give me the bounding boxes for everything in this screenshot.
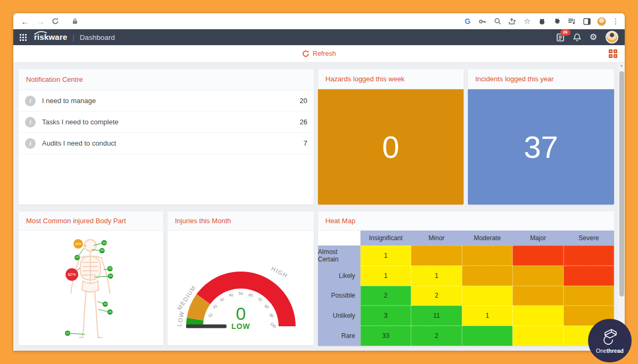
gauge-tick-label: 20 bbox=[212, 303, 217, 310]
incidents-card: Incidents logged this year 37 bbox=[468, 69, 614, 205]
browser-menu-icon[interactable]: ⋮ bbox=[612, 17, 619, 26]
extension-paw-icon[interactable] bbox=[538, 17, 547, 26]
notification-label: Audits I need to conduct bbox=[42, 139, 116, 147]
heatmap-cell bbox=[513, 246, 563, 266]
gauge-label-low: LOW bbox=[176, 310, 185, 327]
playlist-icon[interactable] bbox=[567, 17, 576, 26]
notification-list: iI need to manage20iTasks I need to comp… bbox=[19, 90, 314, 154]
heat-map-card: Heat Map InsignificantMinorModerateMajor… bbox=[318, 211, 614, 346]
marker-percentage: 4% bbox=[100, 249, 104, 252]
gauge-label-high: HIGH bbox=[270, 265, 289, 279]
notification-badge: 26 bbox=[560, 29, 570, 36]
gauge-tick-label: 90 bbox=[268, 312, 275, 319]
card-title: Notification Centre bbox=[26, 75, 83, 83]
notification-label: Tasks I need to complete bbox=[42, 118, 119, 126]
marker-percentage: 1% bbox=[66, 332, 69, 335]
body-silhouette bbox=[71, 240, 110, 337]
scrollbar-thumb[interactable] bbox=[619, 71, 624, 297]
heatmap-cell: 1 bbox=[462, 306, 513, 326]
heatmap-cell bbox=[411, 246, 461, 266]
riskware-logo[interactable]: riskware bbox=[34, 32, 67, 42]
list-item[interactable]: iTasks I need to complete26 bbox=[19, 112, 314, 133]
reload-icon[interactable] bbox=[51, 17, 60, 26]
heatmap-cell bbox=[462, 286, 513, 306]
heatmap-cell bbox=[564, 286, 614, 306]
heatmap-cell: 3 bbox=[360, 306, 411, 326]
app-navbar: riskware | Dashboard 26 ⚙ bbox=[13, 29, 625, 45]
gauge-tick-label: 60 bbox=[248, 292, 254, 298]
scrollbar[interactable]: ▲ bbox=[618, 63, 625, 351]
heatmap-cell: 2 bbox=[360, 286, 411, 306]
gauge-tick-label: 40 bbox=[229, 292, 234, 298]
card-title: Hazards logged this week bbox=[325, 75, 405, 83]
gauge-tick-label: 70 bbox=[257, 297, 263, 302]
body-map: 15%62%3%4%1%1%2%2%1%1% bbox=[19, 231, 163, 345]
body-part-card: Most Common injured Body Part bbox=[19, 211, 163, 345]
sidebar-toggle-icon[interactable] bbox=[582, 17, 591, 26]
heatmap-cell bbox=[462, 266, 513, 286]
heatmap-cell: 33 bbox=[360, 326, 411, 346]
browser-profile-avatar[interactable] bbox=[597, 17, 606, 26]
scrollbar-up-icon[interactable]: ▲ bbox=[618, 64, 625, 67]
page-title: Dashboard bbox=[80, 33, 115, 41]
gauge-tick-label: 80 bbox=[264, 303, 270, 310]
heatmap-column-header: Insignificant bbox=[360, 231, 411, 246]
info-icon: i bbox=[25, 96, 36, 106]
heatmap-cell bbox=[462, 326, 513, 346]
logo-arc-icon bbox=[33, 30, 48, 35]
list-item[interactable]: iAudits I need to conduct7 bbox=[19, 133, 314, 154]
heatmap-cell bbox=[462, 246, 513, 266]
marker-percentage: 15% bbox=[75, 242, 82, 246]
heatmap-cell: 1 bbox=[411, 266, 461, 286]
app-grid-icon[interactable] bbox=[20, 34, 27, 41]
hazards-card: Hazards logged this week 0 bbox=[318, 69, 464, 205]
incidents-kpi-value: 37 bbox=[468, 89, 614, 205]
heatmap-cell bbox=[513, 286, 563, 306]
bell-icon[interactable] bbox=[573, 33, 581, 42]
hazards-kpi-value: 0 bbox=[318, 89, 464, 205]
notification-label: I need to manage bbox=[42, 97, 96, 105]
bookmark-star-icon[interactable]: ☆ bbox=[523, 17, 532, 26]
gauge-tick-label: 50 bbox=[239, 291, 243, 296]
heatmap-cell: 1 bbox=[360, 266, 411, 286]
card-title: Injuries this Month bbox=[175, 217, 231, 225]
back-icon[interactable]: ← bbox=[19, 17, 31, 26]
notification-centre-card: Notification Centre iI need to manage20i… bbox=[19, 69, 314, 205]
gauge-zone-high bbox=[197, 272, 296, 326]
google-icon[interactable]: G bbox=[463, 17, 472, 26]
info-icon: i bbox=[25, 117, 36, 128]
browser-toolbar: ← → G ☆ bbox=[13, 13, 625, 29]
list-item[interactable]: iI need to manage20 bbox=[19, 90, 314, 112]
gauge-value: 0 bbox=[236, 303, 246, 324]
marker-percentage: 1% bbox=[75, 256, 79, 259]
tasks-document-icon[interactable]: 26 bbox=[556, 33, 565, 42]
card-title: Heat Map bbox=[325, 217, 355, 225]
lock-icon bbox=[70, 17, 79, 26]
onethread-watermark: Onethread bbox=[588, 319, 632, 362]
heatmap-row-header: Unlikely bbox=[318, 306, 360, 326]
marker-percentage: 3% bbox=[103, 242, 106, 244]
refresh-button[interactable]: Refresh bbox=[302, 50, 336, 57]
forward-icon[interactable]: → bbox=[35, 17, 47, 26]
password-key-icon[interactable] bbox=[478, 17, 487, 26]
dashboard-content: Notification Centre iI need to manage20i… bbox=[13, 63, 625, 351]
refresh-bar: Refresh bbox=[13, 45, 625, 63]
marker-percentage: 1% bbox=[108, 267, 112, 270]
heatmap-cell: 2 bbox=[411, 286, 461, 306]
heatmap-cell bbox=[564, 246, 614, 266]
user-avatar[interactable] bbox=[606, 31, 618, 44]
heatmap-cell: 2 bbox=[411, 326, 461, 346]
dashboard-layout-icon[interactable] bbox=[609, 49, 617, 58]
settings-gear-icon[interactable]: ⚙ bbox=[590, 33, 597, 41]
marker-percentage: 1% bbox=[108, 311, 112, 314]
notification-count: 26 bbox=[300, 118, 307, 126]
browser-window: ← → G ☆ bbox=[13, 13, 625, 351]
gauge-tick-label: 100 bbox=[269, 321, 277, 329]
extension-puzzle-icon[interactable] bbox=[552, 17, 561, 26]
share-icon[interactable] bbox=[508, 17, 517, 26]
heatmap-cell bbox=[564, 266, 614, 286]
zoom-search-icon[interactable] bbox=[493, 17, 502, 26]
heatmap-row-header: Possible bbox=[318, 286, 360, 306]
heatmap-column-header: Minor bbox=[411, 231, 461, 246]
marker-percentage: 62% bbox=[68, 272, 76, 277]
